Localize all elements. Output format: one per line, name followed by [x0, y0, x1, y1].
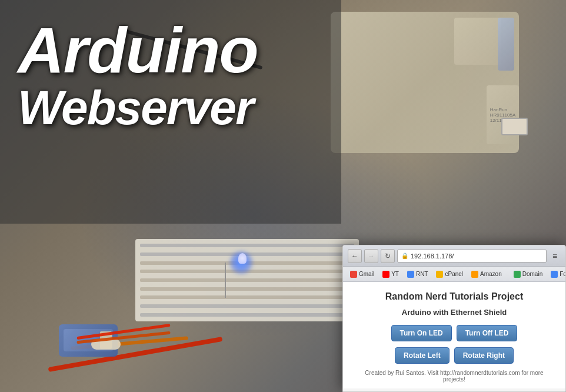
led-button-row: Turn On LED Turn Off LED	[355, 325, 554, 341]
bookmark-gmail[interactable]: Gmail	[347, 270, 378, 279]
bookmark-amazon[interactable]: Amazon	[468, 270, 505, 279]
forum-icon	[551, 271, 558, 278]
turn-off-led-button[interactable]: Turn Off LED	[457, 325, 518, 341]
rnt-icon	[407, 271, 414, 278]
address-bar[interactable]: 🔒 192.168.1.178/	[397, 250, 547, 263]
led-bulb	[238, 253, 247, 264]
bookmark-forum-label: Forum	[560, 271, 565, 277]
title-block: Arduino Webserver	[18, 18, 258, 133]
title-line1: Arduino	[18, 18, 258, 82]
browser-chrome: ← → ↻ 🔒 192.168.1.178/ ≡	[343, 245, 565, 267]
back-button[interactable]: ←	[348, 249, 362, 263]
refresh-button[interactable]: ↻	[381, 249, 395, 263]
bookmark-domain[interactable]: Domain	[510, 270, 546, 279]
bookmark-cpanel[interactable]: cPanel	[432, 270, 467, 279]
page-content: Random Nerd Tutorials Project Arduino wi…	[343, 282, 565, 388]
browser-window: ← → ↻ 🔒 192.168.1.178/ ≡ Gmail YT RNT cP…	[342, 245, 566, 392]
page-subtitle: Arduino with Ethernet Shield	[355, 308, 554, 317]
bookmark-rnt[interactable]: RNT	[404, 270, 432, 279]
bookmark-rnt-label: RNT	[416, 271, 428, 277]
rotate-left-button[interactable]: Rotate Left	[395, 347, 450, 364]
bookmarks-bar: Gmail YT RNT cPanel Amazon Domain Forum	[343, 267, 565, 282]
gmail-icon	[350, 271, 357, 278]
bookmark-forum[interactable]: Forum	[547, 270, 565, 279]
bookmark-yt-label: YT	[391, 271, 399, 277]
bookmark-gmail-label: Gmail	[359, 271, 374, 277]
rotate-right-button[interactable]: Rotate Right	[454, 347, 514, 364]
domain-icon	[514, 271, 521, 278]
amazon-icon	[471, 271, 478, 278]
page-title: Random Nerd Tutorials Project	[355, 291, 554, 302]
rotate-button-row: Rotate Left Rotate Right	[355, 347, 554, 364]
title-line2: Webserver	[18, 82, 258, 133]
bookmark-domain-label: Domain	[522, 271, 542, 277]
cpanel-icon	[436, 271, 443, 278]
bookmark-amazon-label: Amazon	[480, 271, 502, 277]
forward-button[interactable]: →	[364, 249, 378, 263]
address-text: 192.168.1.178/	[411, 253, 454, 260]
bookmark-yt[interactable]: YT	[379, 270, 402, 279]
bookmark-cpanel-label: cPanel	[445, 271, 463, 277]
arduino-board: HanRunHR911105A12/11	[331, 12, 519, 153]
page-footer: Created by Rui Santos. Visit http://rand…	[355, 370, 554, 383]
lock-icon: 🔒	[401, 253, 408, 259]
turn-on-led-button[interactable]: Turn On LED	[391, 325, 452, 341]
breadboard	[135, 239, 359, 321]
browser-menu-button[interactable]: ≡	[549, 250, 561, 262]
yt-icon	[382, 271, 389, 278]
footer-text: Created by Rui Santos. Visit http://rand…	[365, 370, 543, 383]
